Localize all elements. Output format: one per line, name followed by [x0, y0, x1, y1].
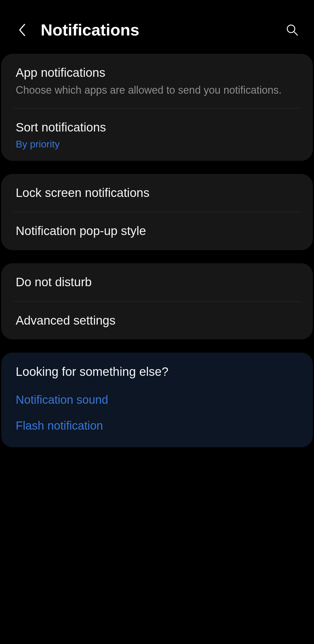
page-title: Notifications	[41, 20, 273, 39]
item-title: Sort notifications	[16, 120, 298, 136]
flash-notification-link[interactable]: Flash notification	[1, 413, 313, 447]
item-title: Advanced settings	[16, 313, 298, 329]
settings-group: App notifications Choose which apps are …	[1, 54, 313, 161]
suggestions-heading: Looking for something else?	[1, 353, 313, 387]
chevron-left-icon	[17, 23, 26, 37]
settings-group: Lock screen notifications Notification p…	[1, 174, 313, 250]
item-subtitle: Choose which apps are allowed to send yo…	[16, 83, 298, 97]
sort-notifications-item[interactable]: Sort notifications By priority	[1, 108, 313, 161]
settings-group: Do not disturb Advanced settings	[1, 263, 313, 339]
do-not-disturb-item[interactable]: Do not disturb	[1, 263, 313, 301]
item-title: Notification pop-up style	[16, 223, 298, 239]
link-text: Flash notification	[16, 419, 103, 432]
notification-popup-style-item[interactable]: Notification pop-up style	[1, 212, 313, 250]
item-title: Lock screen notifications	[16, 185, 298, 201]
advanced-settings-item[interactable]: Advanced settings	[1, 302, 313, 340]
search-icon	[286, 24, 299, 36]
app-notifications-item[interactable]: App notifications Choose which apps are …	[1, 54, 313, 108]
header: Notifications	[0, 0, 314, 54]
suggestions-group: Looking for something else? Notification…	[1, 353, 313, 447]
svg-line-1	[294, 32, 297, 35]
item-title: Do not disturb	[16, 274, 298, 290]
lock-screen-notifications-item[interactable]: Lock screen notifications	[1, 174, 313, 212]
item-value: By priority	[16, 138, 298, 150]
link-text: Notification sound	[16, 393, 108, 406]
back-button[interactable]	[15, 23, 29, 37]
search-button[interactable]	[285, 23, 299, 37]
notification-sound-link[interactable]: Notification sound	[1, 387, 313, 413]
content: App notifications Choose which apps are …	[0, 54, 314, 447]
item-title: App notifications	[16, 65, 298, 81]
